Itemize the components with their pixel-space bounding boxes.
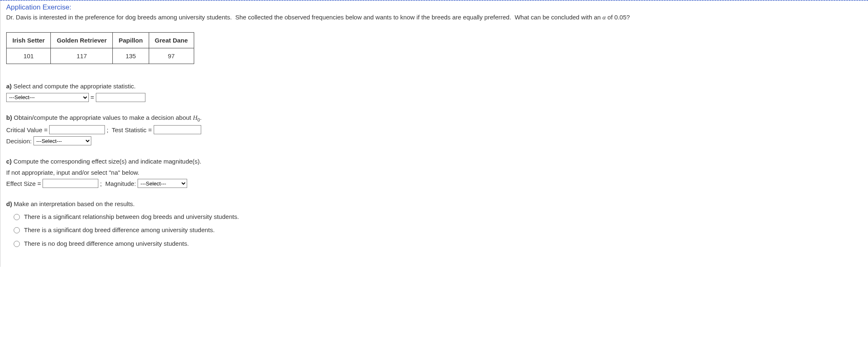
table-cell: 97 <box>149 48 194 64</box>
period: . <box>200 114 202 121</box>
table-header: Great Dane <box>149 33 194 48</box>
interpretation-radio-2[interactable] <box>14 227 20 233</box>
part-c-inputs: Effect Size = ; Magnitude: ---Select--- <box>6 178 862 189</box>
separator-text: ; Test Statistic = <box>107 124 152 135</box>
exercise-title: Application Exercise: <box>6 3 862 12</box>
h0-symbol: H <box>193 114 197 121</box>
part-b-prompt: b) Obtain/compute the appropriate values… <box>6 112 862 124</box>
decision-label: Decision: <box>6 135 32 147</box>
frequency-table: Irish Setter Golden Retriever Papillon G… <box>6 32 194 64</box>
part-a-inputs: ---Select--- = <box>6 92 862 103</box>
part-b-label: b) <box>6 114 12 121</box>
part-b-text: Obtain/compute the appropriate values to… <box>12 114 193 121</box>
intro-text-2: of 0.05? <box>606 14 630 21</box>
interpretation-radio-1[interactable] <box>14 214 20 220</box>
critical-value-label: Critical Value = <box>6 124 48 135</box>
equals-text: = <box>90 92 94 103</box>
interpretation-radio-3[interactable] <box>14 241 20 247</box>
separator-text: ; Magnitude: <box>100 178 136 189</box>
effect-size-input[interactable] <box>43 179 98 188</box>
statistic-select[interactable]: ---Select--- <box>6 93 89 102</box>
interpretation-text-3: There is no dog breed difference among u… <box>24 238 189 250</box>
table-header: Irish Setter <box>7 33 51 48</box>
part-d-prompt: d) Make an interpretation based on the r… <box>6 198 862 209</box>
part-a-prompt: a) Select and compute the appropriate st… <box>6 81 862 92</box>
part-a: a) Select and compute the appropriate st… <box>6 81 862 103</box>
effect-size-label: Effect Size = <box>6 178 41 189</box>
table-data-row: 101 117 135 97 <box>7 48 194 64</box>
part-a-text: Select and compute the appropriate stati… <box>12 83 136 90</box>
interpretation-option-1: There is a significant relationship betw… <box>14 211 862 223</box>
part-b: b) Obtain/compute the appropriate values… <box>6 112 862 147</box>
part-c-text: Compute the corresponding effect size(s)… <box>12 158 201 165</box>
decision-select[interactable]: ---Select--- <box>33 136 91 145</box>
test-statistic-input[interactable] <box>154 125 201 134</box>
exercise-intro: Dr. Davis is interested in the preferenc… <box>6 12 862 22</box>
table-header: Golden Retriever <box>51 33 113 48</box>
part-a-label: a) <box>6 83 12 90</box>
table-header: Papillon <box>113 33 149 48</box>
critical-value-input[interactable] <box>49 125 105 134</box>
table-header-row: Irish Setter Golden Retriever Papillon G… <box>7 33 194 48</box>
intro-text-1: Dr. Davis is interested in the preferenc… <box>6 14 602 21</box>
part-c-hint: If not appropriate, input and/or select … <box>6 167 862 178</box>
interpretation-text-1: There is a significant relationship betw… <box>24 211 239 223</box>
part-d-label: d) <box>6 200 12 207</box>
exercise-container: Application Exercise: Dr. Davis is inter… <box>0 0 868 267</box>
part-b-values: Critical Value = ; Test Statistic = <box>6 124 862 135</box>
part-d: d) Make an interpretation based on the r… <box>6 198 862 250</box>
part-c-label: c) <box>6 158 12 165</box>
table-cell: 117 <box>51 48 113 64</box>
magnitude-select[interactable]: ---Select--- <box>138 179 187 188</box>
part-c-prompt: c) Compute the corresponding effect size… <box>6 156 862 167</box>
interpretation-option-3: There is no dog breed difference among u… <box>14 238 862 250</box>
table-cell: 101 <box>7 48 51 64</box>
interpretation-option-2: There is a significant dog breed differe… <box>14 224 862 236</box>
statistic-value-input[interactable] <box>96 93 145 102</box>
part-c: c) Compute the corresponding effect size… <box>6 156 862 189</box>
interpretation-text-2: There is a significant dog breed differe… <box>24 224 215 236</box>
part-d-text: Make an interpretation based on the resu… <box>12 200 135 207</box>
part-b-decision: Decision: ---Select--- <box>6 135 862 147</box>
table-cell: 135 <box>113 48 149 64</box>
